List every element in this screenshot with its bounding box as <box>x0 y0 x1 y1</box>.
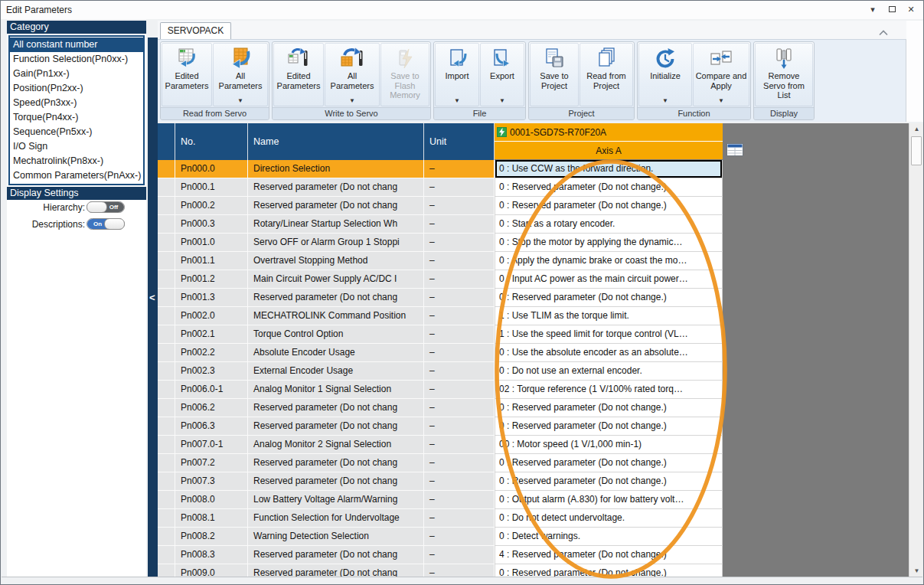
read-from-project-button[interactable]: Read from Project <box>580 43 633 106</box>
parameter-value-cell[interactable]: 0 : Do not detect undervoltage. <box>495 509 723 528</box>
row-selector-cell <box>158 160 175 178</box>
write-edited-parameters-button[interactable]: Edited Parameters <box>273 43 324 106</box>
group-label: File <box>434 107 525 119</box>
collapse-ribbon-icon[interactable] <box>878 25 890 34</box>
parameter-value-cell[interactable]: 0 : Reserved parameter (Do not change.) <box>495 197 723 215</box>
table-row[interactable]: Pn009.0 Reserved parameter (Do not chang… <box>158 564 723 577</box>
parameter-value-cell[interactable]: 4 : Reserved parameter (Do not change.) <box>495 546 723 564</box>
read-all-parameters-button[interactable]: All Parameters ▼ <box>213 43 268 106</box>
scroll-up-icon[interactable]: ▲ <box>909 123 924 135</box>
parameter-value-cell[interactable]: 0 : Output alarm (A.830) for low battery… <box>495 491 723 509</box>
table-row[interactable]: Pn008.2 Warning Detection Selection – 0 … <box>158 528 723 546</box>
remove-servo-from-list-button[interactable]: Remove Servo from List <box>755 43 813 106</box>
table-row[interactable]: Pn002.1 Torque Control Option – 1 : Use … <box>158 325 723 344</box>
table-row[interactable]: Pn000.0 Direction Selection – 0 : Use CC… <box>158 160 723 178</box>
parameter-value-cell[interactable]: 0 : Detect warnings. <box>495 528 723 546</box>
table-row[interactable]: Pn000.2 Reserved parameter (Do not chang… <box>158 197 723 215</box>
category-list-item[interactable]: Sequence(Pn5xx-) <box>10 125 143 139</box>
parameter-value-cell[interactable]: 0 : Start as a rotary encoder. <box>495 215 723 234</box>
parameter-value-cell[interactable]: 0 : Reserved parameter (Do not change.) <box>495 472 723 491</box>
category-list-item[interactable]: I/O Sign <box>10 139 143 154</box>
window-menu-icon[interactable]: ▾ <box>867 3 879 15</box>
table-row[interactable]: Pn000.3 Rotary/Linear Startup Selection … <box>158 215 723 234</box>
parameter-value-cell[interactable]: 1 : Use the speed limit for torque contr… <box>495 325 723 344</box>
category-list-item[interactable]: Gain(Pn1xx-) <box>10 67 143 81</box>
parameter-value-cell[interactable]: 0 : Reserved parameter (Do not change.) <box>495 399 723 417</box>
dropdown-arrow-icon[interactable]: ▼ <box>454 97 460 104</box>
table-row[interactable]: Pn006.3 Reserved parameter (Do not chang… <box>158 417 723 436</box>
table-row[interactable]: Pn001.3 Reserved parameter (Do not chang… <box>158 289 723 307</box>
category-list-item[interactable]: Common Parameters(PnAxx-) <box>10 168 143 183</box>
category-list-item[interactable]: Function Selection(Pn0xx-) <box>10 52 143 67</box>
dropdown-arrow-icon[interactable]: ▼ <box>349 97 355 104</box>
table-row[interactable]: Pn002.2 Absolute Encoder Usage – 0 : Use… <box>158 344 723 362</box>
table-row[interactable]: Pn002.0 MECHATROLINK Command Position – … <box>158 307 723 325</box>
parameter-value-cell[interactable]: 0 : Reserved parameter (Do not change.) <box>495 454 723 472</box>
scrollbar-thumb[interactable] <box>911 136 922 165</box>
table-row[interactable]: Pn000.1 Reserved parameter (Do not chang… <box>158 178 723 197</box>
parameter-value-cell[interactable]: 02 : Torque reference (1 V/100% rated to… <box>495 381 723 399</box>
maximize-button[interactable] <box>886 3 898 15</box>
dropdown-arrow-icon[interactable]: ▼ <box>718 97 724 104</box>
save-to-project-button[interactable]: Save to Project <box>530 43 579 106</box>
descriptions-toggle[interactable]: On <box>87 218 125 230</box>
table-row[interactable]: Pn007.0-1 Analog Monitor 2 Signal Select… <box>158 436 723 454</box>
parameter-value-cell[interactable]: 1 : Use TLIM as the torque limit. <box>495 307 723 325</box>
export-button[interactable]: Export ▼ <box>480 43 524 106</box>
row-selector-cell <box>158 325 175 344</box>
table-row[interactable]: Pn007.3 Reserved parameter (Do not chang… <box>158 472 723 491</box>
axis-display-selection-icon[interactable] <box>726 143 743 156</box>
parameter-value-cell[interactable]: 0 : Input AC power as the main circuit p… <box>495 270 723 289</box>
parameter-value-cell[interactable]: 0 : Stop the motor by applying the dynam… <box>495 234 723 252</box>
parameter-value-cell[interactable]: 0 : Use CCW as the forward direction. <box>495 160 723 178</box>
parameter-value-cell[interactable]: 0 : Apply the dynamic brake or coast the… <box>495 252 723 270</box>
scroll-down-icon[interactable]: ▼ <box>909 565 924 577</box>
panel-splitter[interactable]: < <box>148 38 158 577</box>
hierarchy-toggle[interactable]: Off <box>87 201 125 213</box>
button-label: Import <box>445 71 469 81</box>
dropdown-arrow-icon[interactable]: ▼ <box>499 97 505 104</box>
servopack-header: 0001-SGD7S-R70F20A <box>495 123 723 142</box>
table-row[interactable]: Pn007.2 Reserved parameter (Do not chang… <box>158 454 723 472</box>
save-to-flash-memory-button[interactable]: Save to Flash Memory <box>380 43 429 106</box>
import-button[interactable]: Import ▼ <box>435 43 479 106</box>
parameter-value-cell[interactable]: 0 : Use the absolute encoder as an absol… <box>495 344 723 362</box>
table-row[interactable]: Pn006.2 Reserved parameter (Do not chang… <box>158 399 723 417</box>
table-row[interactable]: Pn001.0 Servo OFF or Alarm Group 1 Stopp… <box>158 234 723 252</box>
initialize-button[interactable]: Initialize ▼ <box>638 43 692 106</box>
table-row[interactable]: Pn001.1 Overtravel Stopping Method – 0 :… <box>158 252 723 270</box>
table-row[interactable]: Pn008.3 Reserved parameter (Do not chang… <box>158 546 723 564</box>
group-label: Read from Servo <box>161 107 269 119</box>
category-list-item[interactable]: Mechatrolink(Pn8xx-) <box>10 154 143 168</box>
category-list-item[interactable]: All constant number <box>10 38 143 52</box>
dropdown-arrow-icon[interactable]: ▼ <box>662 97 668 104</box>
table-row[interactable]: Pn008.0 Low Battery Voltage Alarm/Warnin… <box>158 491 723 509</box>
category-list-item[interactable]: Position(Pn2xx-) <box>10 81 143 96</box>
column-header-no: No. <box>175 123 248 160</box>
write-all-parameters-button[interactable]: All Parameters ▼ <box>325 43 380 106</box>
read-edited-parameters-button[interactable]: Edited Parameters <box>162 43 212 106</box>
compare-and-apply-button[interactable]: Compare and Apply ▼ <box>693 43 749 106</box>
button-label: Export <box>490 71 514 81</box>
category-list-item[interactable]: Torque(Pn4xx-) <box>10 110 143 125</box>
parameter-value-cell[interactable]: 0 : Reserved parameter (Do not change.) <box>495 564 723 577</box>
parameter-value-cell[interactable]: 0 : Reserved parameter (Do not change.) <box>495 178 723 197</box>
button-label: All Parameters <box>215 71 266 90</box>
table-row[interactable]: Pn002.3 External Encoder Usage – 0 : Do … <box>158 362 723 381</box>
parameter-value-cell[interactable]: 0 : Reserved parameter (Do not change.) <box>495 417 723 436</box>
parameter-no-cell: Pn001.3 <box>175 289 248 307</box>
parameter-value-cell[interactable]: 00 : Motor speed (1 V/1,000 min-1) <box>495 436 723 454</box>
category-list-item[interactable]: Speed(Pn3xx-) <box>10 96 143 110</box>
tab-servopack[interactable]: SERVOPACK <box>160 22 231 39</box>
collapse-panel-icon[interactable]: < <box>149 292 155 303</box>
vertical-scrollbar[interactable]: ▲ ▼ <box>909 123 923 577</box>
dropdown-arrow-icon[interactable]: ▼ <box>237 97 243 104</box>
table-row[interactable]: Pn008.1 Function Selection for Undervolt… <box>158 509 723 528</box>
row-selector-cell <box>158 289 175 307</box>
parameter-value-cell[interactable]: 0 : Reserved parameter (Do not change.) <box>495 289 723 307</box>
table-row[interactable]: Pn006.0-1 Analog Monitor 1 Signal Select… <box>158 381 723 399</box>
close-button[interactable]: ✕ <box>905 3 917 15</box>
axis-column-header: 0001-SGD7S-R70F20A Axis A <box>495 123 723 160</box>
parameter-value-cell[interactable]: 0 : Do not use an external encoder. <box>495 362 723 381</box>
table-row[interactable]: Pn001.2 Main Circuit Power Supply AC/DC … <box>158 270 723 289</box>
